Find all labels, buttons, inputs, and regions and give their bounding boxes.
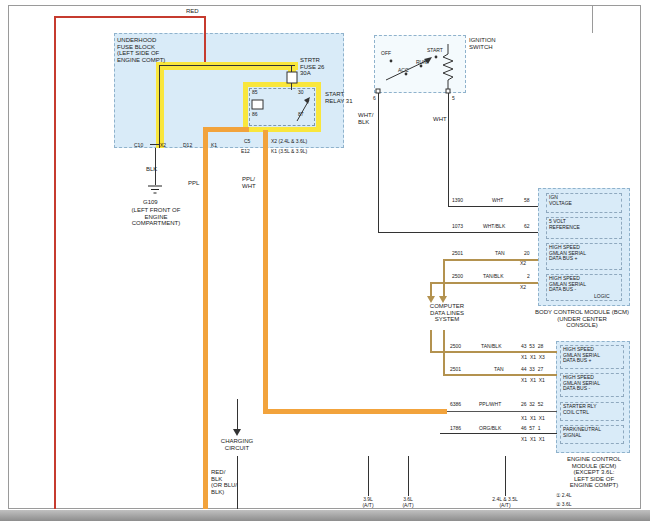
ignition-start: START xyxy=(427,48,443,54)
blk-wire-label: BLK xyxy=(146,166,157,173)
ignition-pin-5: 5 xyxy=(452,96,455,102)
bcm-row-color: WHT/BLK xyxy=(483,224,505,230)
connector-d12-cavity: K1 xyxy=(211,143,217,149)
bcm-row-color: TAN/BLK xyxy=(483,274,503,280)
relay-pin-30: 30 xyxy=(298,90,304,96)
ecm-row-pins: 43 53 28 xyxy=(521,344,543,350)
connector-d12: D12 xyxy=(183,143,192,149)
ignition-run: RUN xyxy=(416,60,427,66)
relay-pin-86: 86 xyxy=(252,112,258,118)
charging-arrow-icon xyxy=(233,429,241,436)
ignition-off: OFF xyxy=(381,51,391,57)
ground-symbol xyxy=(148,186,162,193)
ecm-row-pins: 46 57 1 xyxy=(521,426,540,432)
ecm-row-circuit: 1786 xyxy=(450,426,461,432)
legend-entry: ① 2.4L xyxy=(556,493,572,499)
connector-c10: C10 xyxy=(134,143,143,149)
ecm-caption: ENGINE CONTROL MODULE (ECM) (EXCEPT 3.6L… xyxy=(556,456,632,489)
ignition-title: IGNITION SWITCH xyxy=(469,37,496,50)
connector-e12-cavity: K1 (3.5L & 3.9L) xyxy=(271,149,307,155)
bcm-row-color: TAN xyxy=(495,251,505,257)
red-wire-label: RED xyxy=(186,8,199,15)
ecm-row-circuit: 6386 xyxy=(450,402,461,408)
bottom-window-bar xyxy=(0,510,650,521)
whtblk-wire-label: WHT/ BLK xyxy=(358,112,373,125)
variant-label-36l: 3.6L (A/T) xyxy=(394,497,422,508)
ecm-row-conns: X1 X1 X1 xyxy=(521,437,545,443)
pplwht-wire-label: PPL/ WHT xyxy=(242,176,256,189)
fuse-label: STRTR FUSE 26 30A xyxy=(300,57,324,77)
ecm-row-conns: X1 X1 X1 xyxy=(521,378,545,384)
connector-e12: E12 xyxy=(241,149,250,155)
bcm-row-pin: 2 xyxy=(527,274,530,280)
bcm-row-conn: X2 xyxy=(520,261,526,267)
bcm-caption: BODY CONTROL MODULE (BCM) (UNDER CENTER … xyxy=(533,309,631,329)
bcm-row-conn: X2 xyxy=(520,285,526,291)
ecm-row-color: TAN/BLK xyxy=(481,344,501,350)
ecm-row-color: PPL/WHT xyxy=(479,402,501,408)
bcm-row-circuit: 2500 xyxy=(452,274,463,280)
bcm-row-circuit: 2501 xyxy=(452,251,463,257)
relay-label: START RELAY 31 xyxy=(325,91,352,104)
relay-pin-87: 87 xyxy=(298,112,304,118)
ecm-row-conns: X1 X1 X1 xyxy=(521,416,545,422)
bcm-logic-label: LOGIC xyxy=(594,294,610,300)
redblk-wire-label: RED/ BLK (OR BLU/ BLK) xyxy=(211,469,237,495)
connector-c5: C5 xyxy=(244,139,250,145)
ignition-acc: ACC xyxy=(398,68,409,74)
ecm-row-circuit: 2500 xyxy=(450,344,461,350)
wht-wire-label: WHT xyxy=(433,116,447,123)
bcm-row-pin: 20 xyxy=(524,251,530,257)
bcm-row-pin: 62 xyxy=(524,224,530,230)
relay-pin-85: 85 xyxy=(252,90,258,96)
wiring-diagram-page: IGN VOLTAGE 5 VOLT REFERENCE HIGH SPEED … xyxy=(0,0,650,521)
data-bus-arrow-icons xyxy=(427,296,447,303)
symbol-layer xyxy=(0,0,650,521)
ecm-row-pins: 26 32 52 xyxy=(521,402,543,408)
charging-circuit-label: CHARGING CIRCUIT xyxy=(215,438,259,451)
bcm-row-circuit: 1390 xyxy=(452,198,463,204)
ecm-row-pins: 44 33 27 xyxy=(521,367,543,373)
ground-location: (LEFT FRONT OF ENGINE COMPARTMENT) xyxy=(127,207,185,227)
ppl-wire-label: PPL xyxy=(188,180,199,187)
ground-id: G109 xyxy=(143,199,158,206)
ecm-row-circuit: 2501 xyxy=(450,367,461,373)
bcm-row-circuit: 1073 xyxy=(452,224,463,230)
computer-data-lines-label: COMPUTER DATA LINES SYSTEM xyxy=(420,303,474,323)
variant-label-39l: 3.9L (A/T) xyxy=(354,497,382,508)
variant-label-24l-35l: 2.4L & 3.5L (A/T) xyxy=(477,497,533,508)
fuse-symbol xyxy=(287,72,297,83)
resistor-zigzag-icon xyxy=(443,44,453,93)
bcm-row-pin: 58 xyxy=(524,198,530,204)
ecm-row-conns: X1 X1 X3 xyxy=(521,355,545,361)
ecm-row-color: TAN xyxy=(494,367,504,373)
legend-entry: ② 3.6L xyxy=(556,502,572,508)
ignition-pin-6: 6 xyxy=(373,96,376,102)
connector-c5-cavity: X2 (2.4L & 3.6L) xyxy=(271,139,307,145)
ecm-row-color: ORG/BLK xyxy=(479,426,501,432)
relay-coil-symbol xyxy=(252,100,263,109)
bcm-row-color: WHT xyxy=(492,198,503,204)
connector-c10-cavity: X2 xyxy=(160,143,166,149)
fuse-block-title: UNDERHOOD FUSE BLOCK (LEFT SIDE OF ENGIN… xyxy=(117,37,165,63)
